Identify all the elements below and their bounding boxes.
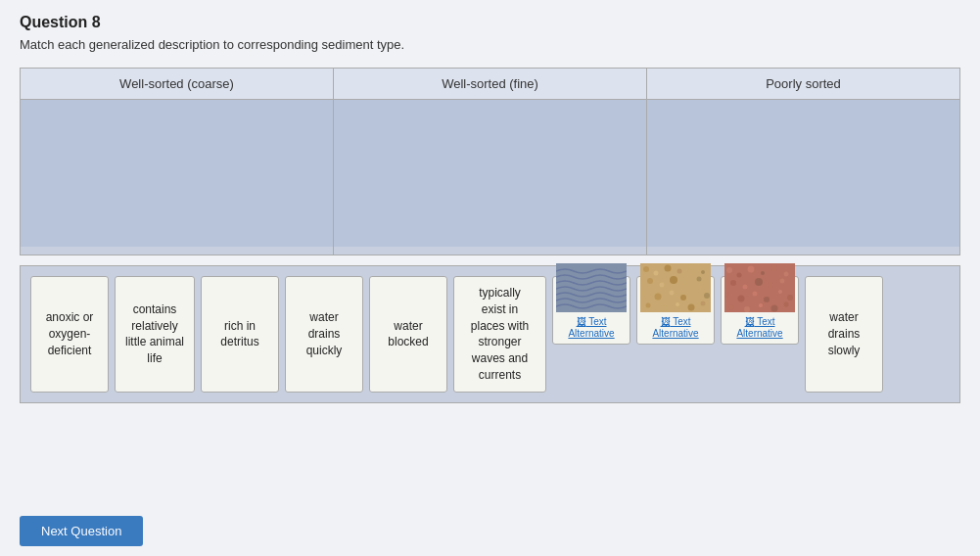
drop-zone-fine-label: Well-sorted (fine) xyxy=(334,69,646,100)
quiz-page: Question 8 Match each generalized descri… xyxy=(0,0,980,556)
svg-point-23 xyxy=(701,301,706,306)
card-drains-slowly-text: waterdrainsslowly xyxy=(828,309,861,358)
svg-point-12 xyxy=(697,277,702,282)
bottom-bar: Next Question xyxy=(0,506,980,556)
header: Question 8 Match each generalized descri… xyxy=(0,0,980,68)
svg-point-41 xyxy=(787,295,793,301)
svg-point-28 xyxy=(761,271,765,275)
svg-point-39 xyxy=(764,297,770,302)
svg-point-34 xyxy=(768,282,773,288)
svg-point-9 xyxy=(660,283,665,288)
image-icon-2: 🖼 xyxy=(661,316,671,327)
svg-point-4 xyxy=(665,265,672,272)
question-title: Question 8 xyxy=(20,14,960,31)
cards-container: anoxic oroxygen-deficient containsrelati… xyxy=(20,265,960,403)
svg-point-35 xyxy=(780,279,785,284)
card-image-2[interactable]: 🖼 TextAlternative xyxy=(636,276,715,345)
svg-point-6 xyxy=(688,264,694,270)
svg-point-10 xyxy=(670,276,677,284)
card-drains-quickly[interactable]: waterdrainsquickly xyxy=(285,276,363,393)
svg-point-43 xyxy=(744,306,750,312)
svg-point-18 xyxy=(704,293,710,299)
card-image-2-text-alt[interactable]: 🖼 TextAlternative xyxy=(652,316,698,340)
svg-point-19 xyxy=(646,303,651,308)
card-image-1-text-alt[interactable]: 🖼 TextAlternative xyxy=(568,316,614,340)
svg-point-33 xyxy=(755,278,763,286)
card-anoxic[interactable]: anoxic oroxygen-deficient xyxy=(30,276,109,393)
svg-point-36 xyxy=(725,293,729,297)
card-typically-text: typicallyexist inplaces withstrongerwave… xyxy=(471,285,529,384)
card-contains-text: containsrelativelylittle animallife xyxy=(125,301,184,367)
card-contains[interactable]: containsrelativelylittle animallife xyxy=(115,276,195,393)
drop-zone-poorly-body[interactable] xyxy=(647,100,959,247)
next-button[interactable]: Next Question xyxy=(20,516,143,546)
drop-zone-fine[interactable]: Well-sorted (fine) xyxy=(334,69,647,255)
svg-point-3 xyxy=(654,271,659,276)
drop-zone-coarse-body[interactable] xyxy=(21,100,333,247)
card-image-2-visual xyxy=(640,263,711,312)
svg-point-27 xyxy=(748,266,755,273)
svg-point-13 xyxy=(642,291,646,295)
svg-point-22 xyxy=(688,304,695,311)
drop-zone-poorly[interactable]: Poorly sorted xyxy=(647,69,959,255)
drop-zones-container: Well-sorted (coarse) Well-sorted (fine) … xyxy=(20,68,960,255)
svg-point-11 xyxy=(684,280,690,286)
svg-point-5 xyxy=(677,269,682,274)
svg-point-17 xyxy=(695,289,699,293)
svg-point-25 xyxy=(726,267,732,273)
svg-point-20 xyxy=(661,305,667,311)
card-drains-quickly-text: waterdrainsquickly xyxy=(306,309,343,358)
svg-point-45 xyxy=(771,305,778,312)
svg-rect-1 xyxy=(640,263,711,312)
card-drains-slowly[interactable]: waterdrainsslowly xyxy=(805,276,883,393)
svg-point-37 xyxy=(738,296,745,302)
svg-point-46 xyxy=(784,302,789,307)
drop-zone-coarse-label: Well-sorted (coarse) xyxy=(21,69,333,100)
svg-point-40 xyxy=(778,290,782,294)
svg-point-8 xyxy=(647,278,653,284)
card-blocked-text: waterblocked xyxy=(388,318,428,351)
drop-zone-fine-body[interactable] xyxy=(334,100,646,247)
card-rich[interactable]: rich indetritus xyxy=(201,276,279,393)
svg-point-31 xyxy=(730,280,736,286)
card-typically[interactable]: typicallyexist inplaces withstrongerwave… xyxy=(453,276,546,393)
svg-point-30 xyxy=(784,272,789,277)
card-image-3-visual xyxy=(724,263,795,312)
drop-zone-coarse[interactable]: Well-sorted (coarse) xyxy=(21,69,334,255)
svg-point-14 xyxy=(655,294,662,301)
svg-point-21 xyxy=(676,302,679,306)
drop-zone-poorly-label: Poorly sorted xyxy=(647,69,959,100)
svg-point-16 xyxy=(680,295,686,301)
svg-point-15 xyxy=(670,291,675,296)
svg-point-2 xyxy=(643,266,649,272)
question-description: Match each generalized description to co… xyxy=(20,37,960,52)
svg-point-29 xyxy=(771,265,777,271)
card-blocked[interactable]: waterblocked xyxy=(369,276,447,393)
svg-point-44 xyxy=(759,303,763,307)
image-icon-3: 🖼 xyxy=(745,316,755,327)
card-anoxic-text: anoxic oroxygen-deficient xyxy=(46,309,94,358)
svg-point-26 xyxy=(737,273,742,278)
card-rich-text: rich indetritus xyxy=(220,318,258,351)
svg-point-32 xyxy=(743,285,748,290)
card-image-1-visual xyxy=(556,263,627,312)
card-image-3-text-alt[interactable]: 🖼 TextAlternative xyxy=(736,316,782,340)
svg-point-42 xyxy=(729,305,734,310)
image-icon-1: 🖼 xyxy=(577,316,586,327)
card-image-3[interactable]: 🖼 TextAlternative xyxy=(721,276,799,345)
svg-point-7 xyxy=(701,270,705,274)
card-image-1[interactable]: 🖼 TextAlternative xyxy=(552,276,630,345)
svg-point-38 xyxy=(753,292,758,297)
